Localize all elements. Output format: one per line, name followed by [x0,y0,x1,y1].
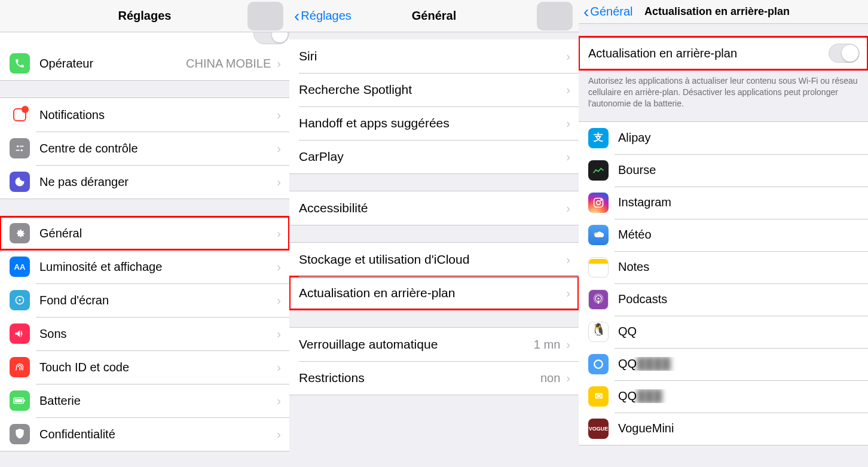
row-storage[interactable]: Stockage et utilisation d'iCloud › [289,243,579,276]
chevron-right-icon: › [563,50,579,63]
svg-point-0 [17,145,19,147]
nav-avatar-blur [247,2,283,30]
chevron-left-icon: ‹ [294,8,299,25]
row-label: Ne pas déranger [39,175,273,189]
row-siri[interactable]: Siri › [289,39,579,73]
section-footer: Autorisez les applications à actualiser … [579,71,868,119]
row-label: Notes [618,260,868,274]
row-label: Actualisation en arrière-plan [588,47,829,60]
row-general[interactable]: Général › [0,216,289,250]
control-center-icon [10,138,30,158]
chevron-right-icon: › [273,361,289,374]
row-sounds[interactable]: Sons › [0,317,289,350]
row-restrictions[interactable]: Restrictions non › [289,361,579,395]
row-master-toggle[interactable]: Actualisation en arrière-plan [579,36,868,70]
row-label: Centre de contrôle [39,142,273,155]
row-label: Handoff et apps suggérées [299,116,563,130]
row-touchid[interactable]: Touch ID et code › [0,350,289,384]
row-autolock[interactable]: Verrouillage automatique 1 mn › [289,328,579,361]
nav-title: Actualisation en arrière-plan [644,5,868,18]
row-app-qq[interactable]: QQ [579,316,868,348]
alipay-icon: 支 [588,128,609,148]
row-app-alipay[interactable]: 支 Alipay [579,122,868,154]
row-value: non [540,371,560,385]
sounds-icon [10,323,30,344]
chevron-right-icon: › [273,327,289,341]
svg-point-10 [597,200,601,204]
row-label: Verrouillage automatique [299,337,534,352]
row-label: Batterie [39,394,273,408]
chevron-right-icon: › [563,338,579,352]
svg-rect-3 [16,150,20,151]
row-operator[interactable]: Opérateur CHINA MOBILE › [0,47,289,80]
weather-icon [588,225,609,245]
row-value: 1 mn [534,338,560,352]
row-label: Notifications [39,108,273,122]
row-app-podcasts[interactable]: Podcasts [579,283,868,316]
svg-point-2 [21,149,23,151]
back-button[interactable]: ‹ Réglages [289,8,352,25]
row-background-refresh[interactable]: Actualisation en arrière-plan › [289,276,579,310]
nav-bar: ‹ Réglages Général [289,0,579,32]
row-label: Fond d'écran [39,294,273,307]
partial-toggle[interactable] [253,32,289,44]
chevron-right-icon: › [563,202,579,215]
row-label: Restrictions [299,371,540,385]
chevron-right-icon: › [273,227,289,240]
row-label: CarPlay [299,149,563,164]
display-icon: AA [10,257,30,277]
row-carplay[interactable]: CarPlay › [289,140,579,173]
nav-title: Réglages [0,9,289,23]
row-label: Stockage et utilisation d'iCloud [299,252,563,267]
row-label: Recherche Spotlight [299,83,563,97]
back-label: Réglages [301,9,352,23]
gear-icon [10,223,30,243]
nav-bar: Réglages [0,0,289,32]
nav-bar: ‹ Général Actualisation en arrière-plan [579,0,868,24]
phone-icon [10,53,30,74]
row-notifications[interactable]: Notifications › [0,98,289,132]
chevron-right-icon: › [273,175,289,189]
row-app-instagram[interactable]: Instagram [579,187,868,219]
chevron-right-icon: › [563,150,579,164]
row-app-qq-2[interactable]: QQ████ [579,348,868,380]
chevron-right-icon: › [563,253,579,267]
row-privacy[interactable]: Confidentialité › [0,417,289,451]
row-app-qq-3[interactable]: ✉ QQ███ [579,380,868,413]
chevron-right-icon: › [273,57,289,71]
vogue-icon: VOGUE [588,419,609,439]
row-control-center[interactable]: Centre de contrôle › [0,132,289,165]
row-wallpaper[interactable]: Fond d'écran › [0,283,289,317]
touchid-icon [10,357,30,377]
row-label: Touch ID et code [39,361,273,374]
qq-icon [588,322,609,342]
row-accessibility[interactable]: Accessibilité › [289,191,579,225]
row-value: CHINA MOBILE [186,57,271,71]
notifications-icon [10,105,30,125]
row-battery[interactable]: Batterie › [0,384,289,417]
row-app-meteo[interactable]: Météo [579,219,868,251]
back-button[interactable]: ‹ Général [579,4,632,20]
row-label: Général [39,227,273,240]
qq-app2-icon [588,354,609,374]
chevron-right-icon: › [563,371,579,385]
row-app-vogue[interactable]: VOGUE VogueMini [579,413,868,445]
row-app-notes[interactable]: Notes [579,251,868,283]
row-display[interactable]: AA Luminosité et affichage › [0,250,289,283]
chevron-right-icon: › [563,83,579,97]
row-handoff[interactable]: Handoff et apps suggérées › [289,106,579,140]
podcasts-icon [588,289,609,310]
row-app-bourse[interactable]: Bourse [579,154,868,187]
chevron-left-icon: ‹ [583,4,589,20]
row-spotlight[interactable]: Recherche Spotlight › [289,73,579,106]
chevron-right-icon: › [273,142,289,155]
row-dnd[interactable]: Ne pas déranger › [0,165,289,199]
svg-point-11 [601,199,602,200]
row-label: Bourse [618,163,868,177]
svg-rect-8 [24,399,25,402]
toggle-switch[interactable] [829,44,860,63]
chevron-right-icon: › [273,294,289,307]
row-label: Luminosité et affichage [39,260,273,274]
dnd-icon [10,172,30,192]
row-label: Podcasts [618,292,868,306]
